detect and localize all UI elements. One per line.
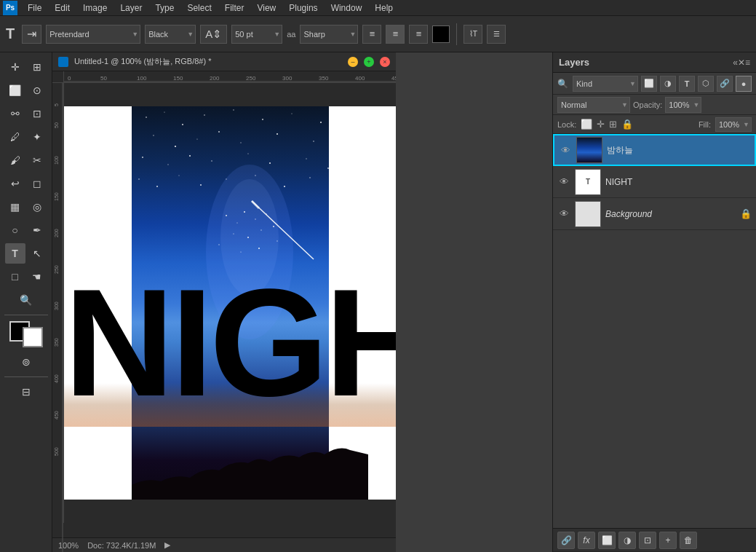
layer-item-background[interactable]: 👁 Background 🔒 [553,198,756,230]
filter-shape-btn[interactable]: ⬡ [698,76,714,92]
quick-mask-mode[interactable]: ⊚ [16,352,36,372]
filter-adjust-btn[interactable]: ◑ [660,76,676,92]
menu-window[interactable]: Window [325,1,368,15]
layer-new-btn[interactable]: + [659,532,677,549]
tool-row-5: 🖌 ✂ [0,150,52,170]
layer-vis-background[interactable]: 👁 [557,208,570,221]
canvas-viewport[interactable]: NIGHT [64,83,396,523]
doc-info: Doc: 732.4K/1.19M [87,541,156,550]
spot-healing-tool[interactable]: ✦ [27,127,47,147]
menu-file[interactable]: File [22,1,47,15]
align-center-btn[interactable]: ≡ [386,25,405,44]
font-size-select[interactable]: 50 pt [231,25,282,44]
quick-selection-tool[interactable]: ⚯ [5,103,25,124]
move-tool[interactable]: ✛ [5,57,25,77]
blend-mode-select[interactable]: Normal [557,97,630,113]
layers-collapse-btn[interactable]: « [733,58,738,68]
dodge-tool[interactable]: ○ [5,220,25,240]
lock-artboard-icon[interactable]: ⊞ [609,119,617,130]
layer-item-밤하늘[interactable]: 👁 밤하늘 [553,134,756,166]
menu-type[interactable]: Type [149,1,180,15]
menu-image[interactable]: Image [77,1,113,15]
menu-select[interactable]: Select [181,1,217,15]
zoom-tool[interactable]: 🔍 [16,290,36,310]
text-color-swatch[interactable] [432,25,450,43]
clone-stamp-tool[interactable]: ✂ [27,150,47,170]
rectangle-shape-tool[interactable]: □ [5,267,25,287]
warp-text-btn[interactable]: ⌇T [463,25,482,44]
doc-minimize-btn[interactable]: – [348,57,358,67]
canvas-area: Untitled-1 @ 100% (밤하늘, RGB/8#) * – + × … [52,52,552,552]
align-left-btn[interactable]: ≡ [362,25,381,44]
layer-delete-btn[interactable]: 🗑 [680,532,697,549]
brush-tool[interactable]: 🖌 [5,150,25,170]
fill-input[interactable] [715,117,752,132]
mountain-svg [132,427,368,500]
menu-help[interactable]: Help [369,1,399,15]
history-brush-tool[interactable]: ↩ [5,173,25,194]
svg-point-53 [200,184,202,186]
background-color[interactable] [23,327,43,347]
menu-edit[interactable]: Edit [49,1,76,15]
svg-text:150: 150 [173,75,183,82]
filter-pixel-btn[interactable]: ⬜ [641,76,657,92]
layer-group-btn[interactable]: ⊡ [639,532,656,549]
sharpness-select[interactable]: Sharp [300,25,358,44]
rectangular-marquee-tool[interactable]: ⬜ [5,80,25,100]
svg-point-50 [138,178,139,179]
svg-point-34 [175,146,176,147]
layer-vis-밤하늘[interactable]: 👁 [559,143,572,157]
layer-mask-btn[interactable]: ⬜ [598,532,616,549]
filter-type-btn[interactable]: T [679,76,695,92]
eraser-tool[interactable]: ◻ [27,173,47,194]
layer-item-night[interactable]: 👁 T NIGHT [553,166,756,198]
opacity-input[interactable] [665,97,701,113]
pen-tool[interactable]: ✒ [27,220,47,240]
tool-row-3: ⚯ ⊡ [0,103,52,124]
type-tool[interactable]: T [5,243,25,264]
hand-tool[interactable]: ☚ [27,267,47,287]
tool-row-11: 🔍 [0,290,52,310]
color-pair [9,321,43,347]
layer-filter-select[interactable]: Kind [573,76,638,92]
indent-btn[interactable]: ⇥ [22,25,41,44]
layer-adjustment-btn[interactable]: ◑ [618,532,636,549]
svg-point-72 [240,251,241,252]
layer-fx-btn[interactable]: fx [578,532,595,549]
ruler-left-svg: 5 50 100 150 200 250 300 350 400 450 500 [52,83,64,552]
artboard-tool[interactable]: ⊞ [27,57,47,77]
text-options-btn[interactable]: ☰ [487,25,506,44]
svg-point-44 [211,160,212,162]
menu-filter[interactable]: Filter [219,1,250,15]
svg-point-65 [255,218,255,219]
toolbar-divider-1 [456,23,457,45]
layers-close-btn[interactable]: ✕ [738,58,745,68]
gradient-tool[interactable]: ▦ [5,197,25,217]
lock-position-icon[interactable]: ✛ [597,119,605,130]
menu-view[interactable]: View [251,1,282,15]
eyedropper-tool[interactable]: 🖊 [5,127,25,147]
filter-toggle-btn[interactable]: ● [736,76,752,92]
screen-mode-btn[interactable]: ⊟ [16,382,36,402]
crop-tool[interactable]: ⊡ [27,103,47,124]
align-right-btn[interactable]: ≡ [409,25,428,44]
layer-link-btn[interactable]: 🔗 [557,532,575,549]
menu-plugins[interactable]: Plugins [283,1,323,15]
lasso-tool[interactable]: ⊙ [27,80,47,100]
filter-smart-btn[interactable]: 🔗 [717,76,733,92]
svg-text:50: 50 [54,122,59,128]
doc-maximize-btn[interactable]: + [364,57,374,67]
svg-point-46 [269,162,271,164]
layers-filter-row: 🔍 Kind ▼ ⬜ ◑ T ⬡ 🔗 ● [553,73,756,95]
layer-vis-night[interactable]: 👁 [557,176,570,189]
doc-close-btn[interactable]: × [380,57,390,67]
layers-menu-btn[interactable]: ≡ [745,58,750,68]
menu-layer[interactable]: Layer [114,1,148,15]
canvas-container: 0 50 100 150 200 250 300 350 400 450 500 [52,71,396,537]
lock-pixels-icon[interactable]: ⬜ [581,119,592,130]
lock-all-icon[interactable]: 🔒 [621,119,633,130]
blur-tool[interactable]: ◎ [27,197,47,217]
font-style-select[interactable]: Black [145,25,196,44]
font-family-select[interactable]: Pretendard [46,25,140,44]
path-selection-tool[interactable]: ↖ [27,243,47,264]
